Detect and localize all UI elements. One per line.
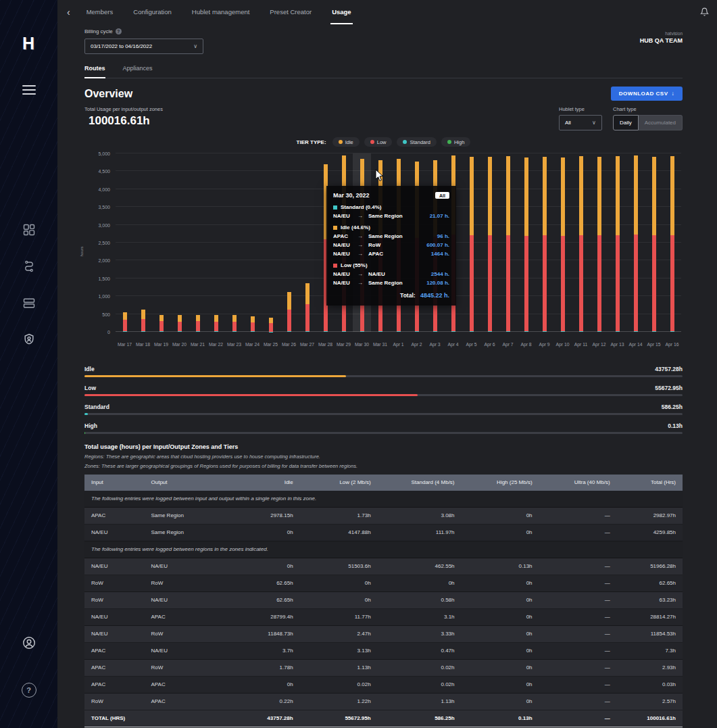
hublet-type-select[interactable]: All ∨ [559,115,602,130]
tier-usage-track[interactable] [84,394,683,396]
stacked-bar [488,157,492,332]
bar-segment-standard [488,331,492,332]
total-usage-block: Total Usage per input/output zones 10001… [84,106,163,128]
sidebar-item-account[interactable] [0,635,57,650]
logo[interactable]: H [0,34,57,53]
tab-preset-creator[interactable]: Preset Creator [268,0,313,24]
bar-column-mar-24[interactable] [243,153,262,332]
arrow-right-icon: → [357,242,368,248]
bar-column-mar-21[interactable] [189,153,207,332]
table-cell: — [539,508,617,525]
tooltip-route-row: APAC→Same Region96 h. [333,233,449,239]
bar-column-apr-9[interactable] [535,153,553,332]
sidebar-item-dashboard[interactable] [0,223,57,237]
bar-segment-standard [543,331,547,332]
billing-cycle-select[interactable]: 03/17/2022 to 04/16/2022 ∨ [84,39,203,54]
bar-segment-standard [433,331,437,332]
table-cell: 2.93h [617,660,683,677]
table-cell: 0h [462,643,539,660]
stacked-bar [597,157,601,332]
info-icon[interactable]: ? [116,28,122,34]
table-cell: NA/EU [84,558,145,575]
stacked-bar [305,283,310,332]
bar-column-apr-7[interactable] [499,153,517,332]
stacked-bar [470,157,474,332]
legend-item-high[interactable]: High [441,137,470,147]
tier-label: Standard [84,404,109,410]
bar-segment-idle [506,156,510,235]
bar-column-mar-27[interactable] [298,153,316,332]
bar-column-apr-14[interactable] [626,153,645,332]
bar-column-apr-12[interactable] [590,153,608,332]
route-from: APAC [333,233,357,239]
bar-column-mar-22[interactable] [207,153,225,332]
tier-usage-track[interactable] [84,413,683,415]
table-cell: 0h [462,677,539,694]
bar-segment-low [269,323,273,332]
tier-usage-track[interactable] [84,432,683,434]
bar-column-apr-5[interactable] [462,153,480,332]
legend-dot [339,140,343,144]
bar-column-apr-11[interactable] [572,153,590,332]
table-cell: 0h [240,558,300,575]
subtab-routes[interactable]: Routes [84,65,105,78]
bar-column-mar-19[interactable] [152,153,170,332]
bar-segment-idle [141,310,145,318]
top-navigation: ‹ MembersConfigurationHublet managementP… [57,0,717,24]
table-cell: 0.22h [240,694,300,710]
arrow-right-icon: → [357,251,368,257]
route-hours: 120.08 h. [426,280,449,286]
bar-column-mar-25[interactable] [262,153,280,332]
y-axis-tick: 0 [84,330,110,335]
stacked-bar [670,156,674,332]
bar-column-mar-26[interactable] [280,153,298,332]
subtab-appliances[interactable]: Appliances [123,65,153,78]
stats-row: Total Usage per input/output zones 10001… [84,106,683,130]
bar-column-mar-17[interactable] [116,153,134,332]
table-cell: RoW [145,626,241,643]
sidebar-item-appliances[interactable] [0,296,57,310]
legend-item-idle[interactable]: Idle [332,137,360,147]
tier-usage-track[interactable] [84,375,683,377]
note-text: The following entries were logged betwee… [84,491,683,508]
tab-hublet-management[interactable]: Hublet management [191,0,251,24]
bar-column-apr-15[interactable] [645,153,663,332]
bar-column-apr-6[interactable] [480,153,499,332]
legend-item-low[interactable]: Low [364,137,393,147]
bar-column-apr-8[interactable] [517,153,535,332]
bar-column-mar-20[interactable] [170,153,189,332]
bar-segment-low [488,235,492,331]
sidebar-item-help[interactable]: ? [0,683,57,698]
bar-column-apr-10[interactable] [553,153,572,332]
x-axis-label: Apr 13 [608,342,626,347]
appliances-icon [22,296,36,310]
bar-column-apr-16[interactable] [663,153,681,332]
tooltip-tier-header: Standard (0.4%) [333,204,449,210]
tab-usage[interactable]: Usage [330,0,353,24]
menu-icon [22,85,36,95]
download-csv-button[interactable]: DOWNLOAD CSV ↓ [611,87,683,101]
table-cell: RoW [145,575,241,592]
legend-item-standard[interactable]: Standard [397,137,436,147]
table-cell: 1.73h [300,508,378,525]
sidebar-item-admin[interactable] [0,333,57,346]
tab-configuration[interactable]: Configuration [132,0,173,24]
x-axis-label: Apr 4 [444,342,462,347]
bar-column-mar-18[interactable] [134,153,152,332]
bar-column-mar-23[interactable] [225,153,243,332]
bar-segment-low [616,235,620,331]
table-cell: RoW [84,592,145,609]
tab-members[interactable]: Members [85,0,115,24]
back-chevron-icon[interactable]: ‹ [67,7,70,18]
chart-type-daily[interactable]: Daily [613,115,639,130]
bar-column-apr-13[interactable] [608,153,626,332]
sidebar-item-routes[interactable] [0,260,57,273]
bar-segment-low [196,321,200,331]
table-cell: 28814.27h [617,609,683,626]
bar-segment-idle [287,292,291,310]
menu-button[interactable] [0,85,57,95]
x-axis-label: Mar 26 [280,342,298,347]
download-icon: ↓ [672,91,675,97]
chart-type-accumulated[interactable]: Accumulated [639,115,683,130]
notifications-button[interactable] [700,7,709,19]
